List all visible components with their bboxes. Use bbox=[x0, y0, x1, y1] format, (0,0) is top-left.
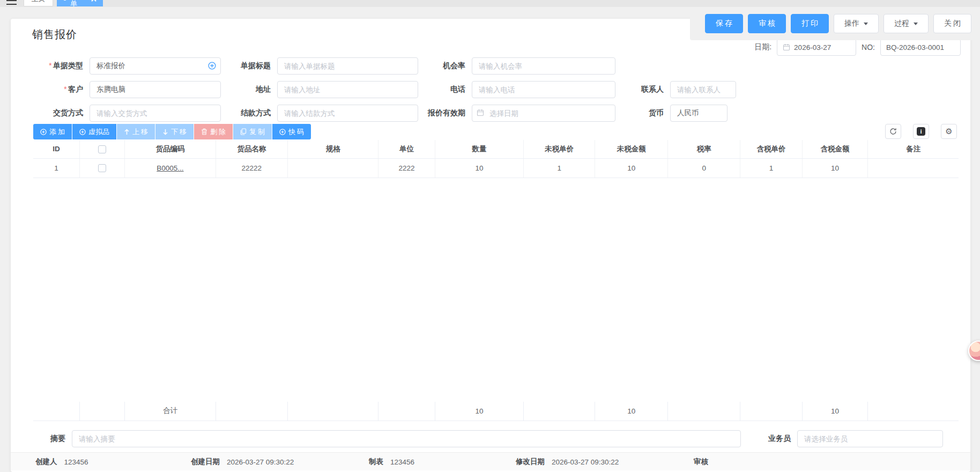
trash-icon bbox=[201, 128, 207, 135]
add-row-button[interactable]: 添加 bbox=[33, 124, 72, 139]
quick-code-button[interactable]: 快码 bbox=[272, 124, 311, 139]
process-dropdown-button[interactable]: 过程 bbox=[884, 14, 929, 33]
column-settings-button[interactable]: ⚙ bbox=[941, 124, 957, 139]
move-down-button[interactable]: 下移 bbox=[155, 124, 194, 139]
circle-plus-icon bbox=[279, 129, 286, 135]
doc-type-input[interactable] bbox=[90, 57, 221, 75]
valid-until-label: 报价有效期 bbox=[413, 108, 472, 118]
copy-row-button[interactable]: 复制 bbox=[233, 124, 272, 139]
audit-button[interactable]: 审核 bbox=[748, 14, 786, 33]
doc-title-input[interactable] bbox=[277, 57, 418, 75]
customer-input[interactable] bbox=[90, 81, 221, 98]
close-button[interactable]: 关闭 bbox=[933, 14, 971, 33]
caret-down-icon bbox=[864, 23, 868, 25]
maker-info: 制表123456 bbox=[369, 453, 414, 471]
field-doc-title: 单据标题 bbox=[220, 57, 418, 75]
col-code: 货品编码 bbox=[125, 140, 216, 158]
delivery-label: 交货方式 bbox=[32, 108, 90, 118]
top-tab-bar: 主页 报价单 bbox=[0, 0, 980, 7]
col-qty: 数量 bbox=[435, 140, 524, 158]
field-customer: *客户 bbox=[32, 81, 221, 98]
address-input[interactable] bbox=[277, 81, 418, 98]
row-checkbox[interactable] bbox=[98, 164, 106, 172]
creator-info: 创建人123456 bbox=[35, 453, 88, 471]
delete-row-button[interactable]: 删除 bbox=[194, 124, 233, 139]
arrow-down-icon bbox=[162, 129, 168, 135]
circle-plus-icon bbox=[79, 129, 86, 135]
valid-until-input[interactable] bbox=[472, 105, 615, 122]
field-payment: 结款方式 bbox=[220, 105, 418, 122]
total-amount-ex: 10 bbox=[595, 402, 668, 421]
save-button[interactable]: 保存 bbox=[705, 14, 743, 33]
cell-id: 1 bbox=[33, 158, 79, 178]
field-chance-rate: 机会率 bbox=[413, 57, 615, 75]
tab-quotation[interactable]: 报价单 bbox=[57, 0, 103, 6]
cell-name: 22222 bbox=[216, 158, 288, 178]
field-address: 地址 bbox=[220, 81, 418, 98]
address-label: 地址 bbox=[220, 85, 277, 94]
table-header-row: ID 货品编码 货品名称 规格 单位 数量 未税单价 未税金额 税率 含税单价 … bbox=[33, 140, 959, 158]
gear-icon: ⚙ bbox=[945, 127, 952, 136]
refresh-button[interactable] bbox=[885, 124, 901, 139]
phone-input[interactable] bbox=[472, 81, 615, 98]
payment-input[interactable] bbox=[277, 105, 418, 122]
virtual-item-button[interactable]: 虚拟品 bbox=[72, 124, 116, 139]
cell-remark bbox=[868, 158, 959, 178]
calendar-icon bbox=[477, 109, 484, 116]
salesman-input[interactable] bbox=[797, 430, 943, 447]
tab-home[interactable]: 主页 bbox=[24, 0, 53, 6]
info-icon: i bbox=[917, 127, 925, 136]
circle-plus-icon bbox=[40, 129, 47, 135]
doc-type-label: 单据类型 bbox=[53, 61, 83, 70]
cell-select bbox=[79, 158, 125, 178]
required-mark: * bbox=[49, 61, 51, 70]
salesman-label: 业务员 bbox=[751, 434, 797, 444]
currency-label: 货币 bbox=[622, 108, 670, 118]
table-empty-space bbox=[33, 178, 959, 402]
field-summary: 摘要 bbox=[32, 430, 741, 447]
move-up-button[interactable]: 上移 bbox=[117, 124, 155, 139]
delivery-input[interactable] bbox=[90, 105, 221, 122]
tab-home-label: 主页 bbox=[32, 0, 46, 4]
required-mark: * bbox=[64, 85, 66, 93]
no-input[interactable]: BQ-2026-03-0001 bbox=[880, 39, 961, 56]
field-salesman: 业务员 bbox=[751, 430, 943, 447]
payment-label: 结款方式 bbox=[220, 108, 277, 118]
action-bar: 保存 审核 打印 操作 过程 关闭 bbox=[690, 7, 980, 40]
copy-icon bbox=[240, 128, 247, 135]
calendar-icon bbox=[783, 43, 790, 51]
col-amount-inc: 含税金额 bbox=[802, 140, 868, 158]
date-input[interactable]: 2026-03-27 bbox=[777, 39, 856, 56]
info-button[interactable]: i bbox=[913, 124, 929, 139]
totals-table: 合计 10 10 10 bbox=[33, 402, 959, 422]
menu-icon[interactable] bbox=[6, 0, 17, 5]
active-dot-icon bbox=[63, 0, 66, 1]
phone-label: 电话 bbox=[413, 85, 472, 94]
item-code-link[interactable]: B0005... bbox=[157, 164, 183, 172]
date-value: 2026-03-27 bbox=[794, 43, 831, 51]
operate-dropdown-button[interactable]: 操作 bbox=[834, 14, 879, 33]
circle-plus-icon[interactable] bbox=[208, 62, 216, 70]
currency-input[interactable] bbox=[670, 105, 727, 122]
page-title: 销售报价 bbox=[32, 27, 77, 42]
contact-input[interactable] bbox=[670, 81, 736, 98]
arrow-up-icon bbox=[124, 129, 130, 135]
field-phone: 电话 bbox=[413, 81, 615, 98]
field-contact: 联系人 bbox=[622, 81, 736, 98]
summary-input[interactable] bbox=[72, 430, 741, 447]
chance-rate-input[interactable] bbox=[472, 57, 615, 75]
field-valid-until: 报价有效期 bbox=[413, 105, 615, 122]
col-spec: 规格 bbox=[288, 140, 378, 158]
cell-spec bbox=[288, 158, 378, 178]
print-button[interactable]: 打印 bbox=[791, 14, 829, 33]
col-amount-ex: 未税金额 bbox=[595, 140, 668, 158]
close-tab-icon[interactable] bbox=[91, 0, 96, 2]
select-all-checkbox[interactable] bbox=[98, 145, 106, 153]
grid-toolbar: 添加 虚拟品 上移 下移 删除 复制 bbox=[33, 124, 311, 139]
cell-price-inc: 1 bbox=[740, 158, 803, 178]
chance-rate-label: 机会率 bbox=[413, 61, 472, 71]
tab-quotation-label: 报价单 bbox=[70, 0, 87, 7]
date-label: 日期: bbox=[754, 42, 771, 52]
audit-footer: 创建人123456 创建日期2026-03-27 09:30:22 制表1234… bbox=[11, 452, 970, 470]
cell-unit: 2222 bbox=[378, 158, 435, 178]
